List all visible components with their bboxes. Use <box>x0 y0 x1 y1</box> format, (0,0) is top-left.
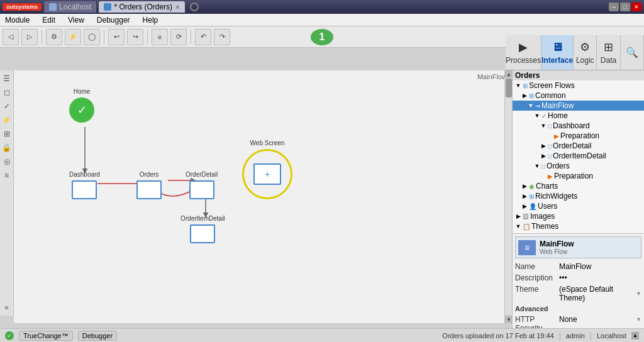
redo-button[interactable]: ↪ <box>127 29 143 45</box>
toolbar-btn-6[interactable]: ⟳ <box>170 29 187 45</box>
sidebar-collapse-icon[interactable]: « <box>1 302 13 313</box>
menu-edit[interactable]: Edit <box>40 15 58 25</box>
menu-module[interactable]: Module <box>3 15 32 25</box>
expander-charts: ▶ <box>521 183 528 189</box>
webscreen-node[interactable]: Web Screen + <box>242 140 292 199</box>
tab-processes[interactable]: ▶ Processes <box>506 35 541 70</box>
status-user: admin <box>566 332 585 339</box>
props-val-name: MainFlow <box>559 262 641 271</box>
status-right: Orders uploaded on 17 Feb at 19:44 | adm… <box>442 331 639 340</box>
webscreen-box[interactable]: + <box>253 163 281 185</box>
tree-item-richwidgets[interactable]: ▶ ⊞ RichWidgets <box>513 191 644 201</box>
main-canvas[interactable]: MainFlow Home ✓ Dashboard Orders OrderDe… <box>14 70 512 323</box>
right-scrollbar[interactable]: ▲ ▼ <box>504 70 512 323</box>
truechange-badge: ✓ <box>5 331 14 340</box>
props-val-theme[interactable]: (eSpace Default Theme) ▼ <box>559 285 641 302</box>
tree-item-orders-folder[interactable]: ▼ □ Orders <box>513 161 644 171</box>
expander-themes: ▼ <box>515 223 521 229</box>
debugger-button[interactable]: Debugger <box>78 331 117 341</box>
minimize-button[interactable]: ─ <box>609 3 619 11</box>
toolbar-btn-8[interactable]: ↷ <box>214 29 230 45</box>
tree-item-home[interactable]: ▼ ✓ Home <box>513 111 644 121</box>
properties-panel: ≡ MainFlow Web Flow Name MainFlow Descri… <box>513 234 644 342</box>
sidebar-icon-1[interactable]: ☰ <box>1 73 13 84</box>
sidebar-icon-6[interactable]: 🔒 <box>1 142 13 153</box>
truechange-button[interactable]: TrueChange™ <box>19 331 73 341</box>
props-title: MainFlow <box>540 240 574 248</box>
upload-status-text: Orders uploaded on 17 Feb at 19:44 <box>442 332 553 339</box>
tree-item-preparation-dash[interactable]: ▶ Preparation <box>513 131 644 141</box>
orders-node[interactable]: Orders <box>136 171 162 199</box>
sidebar-icon-2[interactable]: ◻ <box>1 87 13 98</box>
undo-button[interactable]: ↩ <box>108 29 125 45</box>
common-icon: ⊞ <box>529 92 534 99</box>
props-key-theme: Theme <box>515 285 559 294</box>
theme-dropdown[interactable]: (eSpace Default Theme) ▼ <box>559 285 641 302</box>
sidebar-icon-5[interactable]: ⊞ <box>1 128 13 140</box>
left-sidebar: ☰ ◻ ✓ ⚡ ⊞ 🔒 ◎ ≡ « <box>0 70 14 316</box>
props-key-name: Name <box>515 262 559 271</box>
props-header: ≡ MainFlow Web Flow <box>515 236 641 258</box>
tree-item-charts[interactable]: ▶ ◉ Charts <box>513 181 644 191</box>
status-bar: ✓ TrueChange™ Debugger Orders uploaded o… <box>0 328 644 342</box>
orderdetail-node[interactable]: OrderDetail <box>186 171 218 199</box>
maximize-button[interactable]: □ <box>620 3 630 11</box>
close-button[interactable]: ✕ <box>631 3 641 11</box>
run-button[interactable]: ⚡ <box>65 29 81 45</box>
orders-box[interactable] <box>136 180 162 199</box>
props-val-http[interactable]: None ▼ <box>559 315 641 324</box>
props-val-desc[interactable]: ••• <box>559 273 641 282</box>
debug-button[interactable]: ◯ <box>84 29 100 45</box>
tab-orders[interactable]: * Orders (Orders) ✕ <box>99 1 185 13</box>
dashboard-node[interactable]: Dashboard <box>69 171 100 199</box>
http-dropdown-arrow: ▼ <box>636 316 641 323</box>
menu-debugger[interactable]: Debugger <box>94 15 133 25</box>
status-server: Localhost <box>597 332 626 339</box>
orderitemdetail-box[interactable] <box>190 224 215 243</box>
props-subtitle: Web Flow <box>540 248 574 255</box>
tree-item-themes[interactable]: ▼ 📋 Themes <box>513 221 644 231</box>
forward-button[interactable]: ▷ <box>21 29 38 45</box>
http-dropdown[interactable]: None ▼ <box>559 315 641 324</box>
home-node[interactable]: Home ✓ <box>69 88 94 123</box>
tab-data[interactable]: ⊞ Data <box>597 35 620 70</box>
search-button[interactable]: 🔍 <box>621 35 644 70</box>
toolbar-separator-3 <box>147 30 148 44</box>
richwidgets-icon: ⊞ <box>529 193 534 200</box>
orderitemdetail-node[interactable]: OrderItemDetail <box>180 215 225 243</box>
menu-view[interactable]: View <box>65 15 87 25</box>
tree-item-screenflows[interactable]: ▼ ⊞ Screen Flows <box>513 80 644 91</box>
tree-item-orderitemdetail[interactable]: ▶ □ OrderItemDetail <box>513 151 644 161</box>
screenflows-icon: ⊞ <box>523 82 528 89</box>
prep-icon-2: ▶ <box>548 173 553 180</box>
tree-item-mainflow[interactable]: ▼ ⇒ MainFlow <box>513 101 644 111</box>
orderdetail-box[interactable] <box>189 180 214 199</box>
sidebar-icon-4[interactable]: ⚡ <box>1 114 13 126</box>
tree-item-preparation-orders[interactable]: ▶ Preparation <box>513 171 644 181</box>
tab-close-icon[interactable]: ✕ <box>175 4 180 11</box>
toolbar-btn-7[interactable]: ↶ <box>195 29 211 45</box>
tab-interface[interactable]: 🖥 Interface <box>541 35 574 70</box>
tree-item-dashboard[interactable]: ▼ □ Dashboard <box>513 121 644 131</box>
tab-logic[interactable]: ⚙ Logic <box>574 35 597 70</box>
props-row-name: Name MainFlow <box>515 261 641 272</box>
props-dots-desc[interactable]: ••• <box>559 273 567 282</box>
sidebar-icon-8[interactable]: ≡ <box>1 170 13 181</box>
status-scroll-button[interactable]: ▲ <box>631 332 639 339</box>
tree-item-common[interactable]: ▶ ⊞ Common <box>513 91 644 101</box>
themes-icon: 📋 <box>523 223 530 230</box>
tab-localhost[interactable]: Localhost <box>44 1 96 13</box>
scroll-thumb[interactable] <box>506 79 512 97</box>
menu-help[interactable]: Help <box>140 15 161 25</box>
dashboard-box[interactable] <box>72 180 97 199</box>
tree-item-images[interactable]: ▶ 🖼 Images <box>513 211 644 221</box>
tree-item-users[interactable]: ▶ 👤 Users <box>513 201 644 211</box>
expander-home: ▼ <box>534 113 540 119</box>
status-separator-2: | <box>590 331 592 340</box>
toolbar-btn-5[interactable]: ≡ <box>152 29 168 45</box>
tree-item-orderdetail[interactable]: ▶ □ OrderDetail <box>513 141 644 151</box>
settings-button[interactable]: ⚙ <box>46 29 62 45</box>
back-button[interactable]: ◁ <box>3 29 19 45</box>
sidebar-icon-3[interactable]: ✓ <box>1 101 13 112</box>
sidebar-icon-7[interactable]: ◎ <box>1 156 13 167</box>
